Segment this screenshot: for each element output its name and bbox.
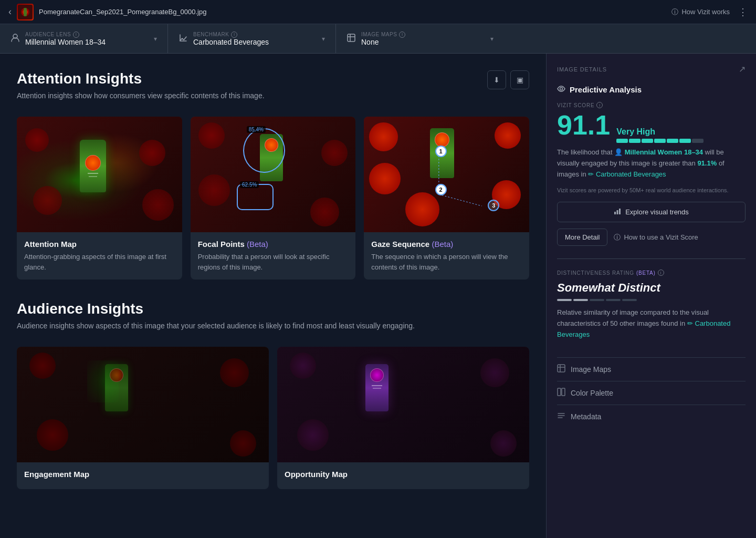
score-powered-text: Vizit scores are powered by 50M+ real wo… bbox=[557, 187, 746, 193]
topbar-left: ‹ PomegranateCan_Sep2021_PomegranateBg_0… bbox=[8, 4, 206, 20]
score-percentage: 91.1% bbox=[697, 159, 717, 167]
predictive-analysis-section: Predictive Analysis VIZIT SCORE i 91.1 V… bbox=[557, 85, 746, 246]
how-score-button[interactable]: ⓘ How to use a Vizit Score bbox=[614, 233, 698, 242]
focal-beta-tag: (Beta) bbox=[247, 240, 268, 249]
benchmark-filter[interactable]: BENCHMARK i Carbonated Beverages ▾ bbox=[168, 24, 336, 53]
benchmark-label: BENCHMARK i bbox=[193, 32, 317, 38]
benchmark-icon bbox=[178, 33, 188, 45]
engagement-map-card[interactable]: Engagement Map bbox=[17, 347, 269, 489]
sidebar: IMAGE DETAILS ↗ Predictive Analysis VIZI… bbox=[546, 54, 756, 538]
more-options-button[interactable]: ⋮ bbox=[738, 6, 748, 18]
how-vizit-button[interactable]: ⓘ How Vizit works bbox=[671, 7, 730, 17]
engagement-map-image bbox=[17, 347, 269, 462]
image-maps-info-icon[interactable]: i bbox=[399, 32, 405, 38]
svg-rect-5 bbox=[348, 34, 355, 42]
user-icon: 👤 bbox=[614, 148, 625, 156]
opportunity-map-title: Opportunity Map bbox=[285, 470, 522, 479]
engagement-map-title: Engagement Map bbox=[24, 470, 261, 479]
vizit-score-badge: Very High bbox=[616, 127, 704, 143]
opportunity-map-image bbox=[277, 347, 529, 462]
audience-label: AUDIENCE LENS i bbox=[25, 32, 149, 38]
distinct-beta-label: (BETA) bbox=[636, 270, 656, 276]
audience-lens-filter[interactable]: AUDIENCE LENS i Millennial Women 18–34 ▾ bbox=[0, 24, 168, 53]
gaze-sequence-card[interactable]: 1 2 3 Gaze Sequence (Beta) The sequ bbox=[364, 117, 529, 280]
audience-icon bbox=[10, 33, 20, 45]
image-icon: ▣ bbox=[517, 76, 523, 84]
filterbar: AUDIENCE LENS i Millennial Women 18–34 ▾… bbox=[0, 24, 756, 54]
distinct-seg-1 bbox=[557, 299, 572, 301]
gaze-beta-tag: (Beta) bbox=[432, 240, 453, 249]
distinct-link-icon: ✏ bbox=[687, 319, 693, 327]
pred-title: Predictive Analysis bbox=[570, 85, 642, 94]
opportunity-map-card[interactable]: Opportunity Map bbox=[277, 347, 529, 489]
color-palette-nav-icon bbox=[557, 388, 565, 398]
benchmark-info-icon[interactable]: i bbox=[231, 32, 237, 38]
focal-points-body: Focal Points (Beta) Probability that a p… bbox=[191, 232, 356, 280]
score-description: The likelihood that 👤 Millennial Women 1… bbox=[557, 147, 746, 180]
content-area: Attention Insights Attention insights sh… bbox=[0, 54, 546, 538]
vizit-score-label: VIZIT SCORE i bbox=[557, 102, 746, 108]
more-detail-button[interactable]: More Detail bbox=[557, 229, 607, 246]
image-maps-filter[interactable]: IMAGE MAPS i None ▾ bbox=[336, 24, 504, 53]
pred-title-row: Predictive Analysis bbox=[557, 85, 746, 95]
svg-point-8 bbox=[560, 88, 563, 90]
audience-chevron-icon: ▾ bbox=[154, 35, 157, 43]
focal-points-title: Focal Points (Beta) bbox=[198, 240, 349, 249]
score-bar-seg-5 bbox=[667, 139, 678, 143]
download-icon: ⬇ bbox=[494, 76, 500, 84]
info-icon: ⓘ bbox=[671, 7, 678, 17]
image-maps-nav-icon bbox=[557, 364, 565, 375]
filename-label: PomegranateCan_Sep2021_PomegranateBg_000… bbox=[39, 8, 206, 16]
download-button[interactable]: ⬇ bbox=[487, 70, 506, 89]
svg-rect-3 bbox=[24, 8, 27, 16]
attention-map-body: Attention Map Attention-grabbing aspects… bbox=[17, 232, 182, 280]
svg-rect-14 bbox=[562, 388, 565, 396]
attention-insights-title: Attention Insights bbox=[17, 70, 265, 87]
focal-points-image: 85.4% 62.5% bbox=[191, 117, 356, 232]
gaze-sequence-image: 1 2 3 bbox=[364, 117, 529, 232]
distinct-seg-3 bbox=[590, 299, 604, 301]
vizit-score-info-icon[interactable]: i bbox=[596, 102, 603, 108]
eye-icon bbox=[557, 85, 565, 95]
file-thumbnail bbox=[17, 4, 34, 20]
distinct-info-icon[interactable]: i bbox=[658, 270, 664, 276]
sidebar-nav-color-palette[interactable]: Color Palette bbox=[557, 381, 746, 405]
distinctiveness-section: DISTINCTIVENESS RATING (BETA) i Somewhat… bbox=[557, 270, 746, 340]
focal-points-desc: Probability that a person will look at s… bbox=[198, 252, 349, 272]
image-maps-label: IMAGE MAPS i bbox=[361, 32, 485, 38]
distinct-title: Somewhat Distinct bbox=[557, 281, 746, 295]
score-bar-seg-7 bbox=[692, 139, 704, 143]
audience-info-icon[interactable]: i bbox=[73, 32, 79, 38]
sidebar-nav-metadata[interactable]: Metadata bbox=[557, 405, 746, 428]
sidebar-expand-button[interactable]: ↗ bbox=[739, 64, 746, 74]
audience-insights-header: Audience Insights Audience insights show… bbox=[17, 301, 529, 343]
sidebar-nav-image-maps[interactable]: Image Maps bbox=[557, 357, 746, 381]
score-bar-seg-3 bbox=[642, 139, 653, 143]
vizit-score-row: 91.1 Very High bbox=[557, 111, 746, 143]
score-bar bbox=[616, 139, 704, 143]
attention-insights-header: Attention Insights Attention insights sh… bbox=[17, 70, 529, 112]
svg-rect-13 bbox=[558, 388, 561, 396]
explore-trends-button[interactable]: Explore visual trends bbox=[557, 202, 746, 222]
chart-icon bbox=[614, 208, 621, 216]
image-maps-value: None bbox=[361, 38, 485, 46]
back-button[interactable]: ‹ bbox=[8, 6, 12, 17]
audience-filter-content: AUDIENCE LENS i Millennial Women 18–34 bbox=[25, 32, 149, 46]
distinct-bar bbox=[557, 299, 746, 301]
opportunity-map-body: Opportunity Map bbox=[277, 462, 529, 489]
score-qualifier-text: Very High bbox=[616, 127, 704, 137]
attention-map-card[interactable]: Attention Map Attention-grabbing aspects… bbox=[17, 117, 182, 280]
benchmark-chevron-icon: ▾ bbox=[322, 35, 325, 43]
topbar: ‹ PomegranateCan_Sep2021_PomegranateBg_0… bbox=[0, 0, 756, 24]
score-audience-text: Millennial Women 18–34 bbox=[625, 148, 703, 156]
svg-rect-10 bbox=[617, 210, 618, 214]
audience-insights-desc: Audience insights show aspects of this i… bbox=[17, 322, 415, 330]
gaze-sequence-title: Gaze Sequence (Beta) bbox=[371, 240, 522, 249]
vizit-score-number: 91.1 bbox=[557, 111, 610, 139]
image-maps-filter-content: IMAGE MAPS i None bbox=[361, 32, 485, 46]
view-button[interactable]: ▣ bbox=[510, 70, 529, 89]
distinct-description: Relative similarity of image compared to… bbox=[557, 307, 746, 340]
attention-insights-title-group: Attention Insights Attention insights sh… bbox=[17, 70, 265, 112]
focal-points-card[interactable]: 85.4% 62.5% Focal Points (Beta) Probabil… bbox=[191, 117, 356, 280]
attention-insights-desc: Attention insights show how consumers vi… bbox=[17, 91, 265, 100]
